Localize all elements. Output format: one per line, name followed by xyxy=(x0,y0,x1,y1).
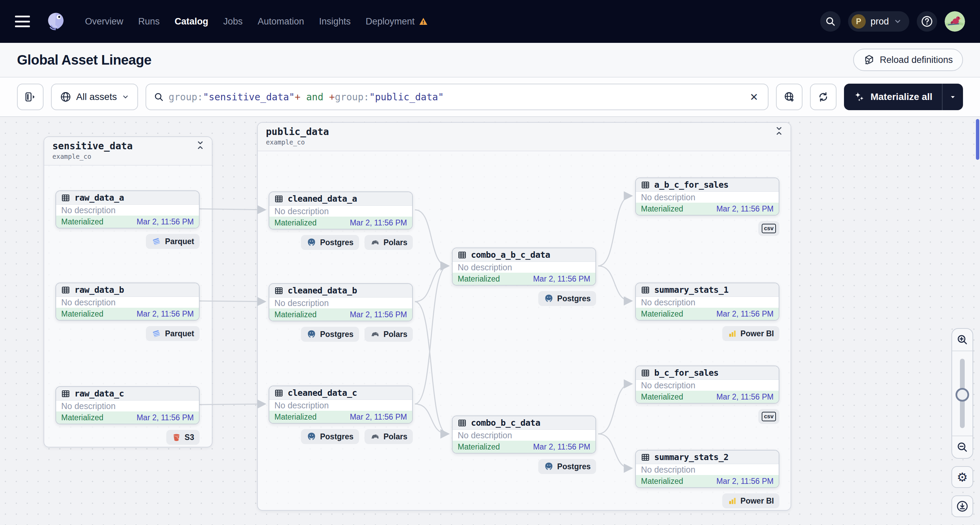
asset-node-a_b_c_for_sales[interactable]: a_b_c_for_sales No description Materiali… xyxy=(635,178,780,216)
zoom-slider[interactable] xyxy=(952,351,972,436)
asset-name: raw_data_b xyxy=(75,285,124,295)
query-token-bool: and xyxy=(301,91,329,103)
search-icon[interactable] xyxy=(820,11,841,32)
asset-status-bar[interactable]: Materialized Mar 2, 11:56 PM xyxy=(56,308,199,320)
query-token-op: + xyxy=(329,91,335,103)
asset-status-bar[interactable]: Materialized Mar 2, 11:56 PM xyxy=(636,203,779,215)
asset-node-combo_b_c_data[interactable]: combo_b_c_data No description Materializ… xyxy=(452,415,596,453)
nav-item-automation[interactable]: Automation xyxy=(258,16,304,27)
asset-node-raw_data_b[interactable]: raw_data_b No description Materialized M… xyxy=(56,283,200,321)
asset-description: No description xyxy=(636,464,779,475)
materialize-options-button[interactable] xyxy=(942,84,963,110)
group-header[interactable]: public_data example_co xyxy=(258,123,791,151)
asset-status-bar[interactable]: Materialized Mar 2, 11:56 PM xyxy=(56,216,199,228)
nav-item-jobs[interactable]: Jobs xyxy=(223,16,243,27)
asset-node-cleaned_data_b[interactable]: cleaned_data_b No description Materializ… xyxy=(269,283,413,321)
tag-parquet[interactable]: Parquet xyxy=(146,234,200,249)
asset-node-b_c_for_sales[interactable]: b_c_for_sales No description Materialize… xyxy=(635,366,780,404)
asset-node-combo_a_b_c_data[interactable]: combo_a_b_c_data No description Material… xyxy=(452,248,596,286)
asset-scope-selector[interactable]: All assets xyxy=(51,84,138,110)
table-icon xyxy=(458,251,466,259)
tag-postgres[interactable]: Postgres xyxy=(301,327,359,342)
zoom-in-icon[interactable] xyxy=(952,329,972,351)
dagster-logo[interactable] xyxy=(45,11,67,32)
settings-gear-icon[interactable]: ⚙ xyxy=(951,466,973,488)
asset-search-input[interactable]: group:"sensitive_data"+ and +group:"publ… xyxy=(146,84,768,110)
refresh-button[interactable] xyxy=(810,84,837,110)
canvas-scrollbar-thumb[interactable] xyxy=(976,119,979,160)
tag-postgres[interactable]: Postgres xyxy=(301,429,359,444)
search-query-text[interactable]: group:"sensitive_data"+ and +group:"publ… xyxy=(169,91,743,103)
zoom-out-icon[interactable] xyxy=(952,436,972,458)
table-icon xyxy=(641,286,650,294)
asset-status-bar[interactable]: Materialized Mar 2, 11:56 PM xyxy=(269,411,412,423)
query-token-string: "public_data" xyxy=(369,91,444,103)
nav-item-deployment[interactable]: Deployment xyxy=(366,16,428,27)
asset-status-bar[interactable]: Materialized Mar 2, 11:56 PM xyxy=(636,391,779,403)
tag-polars[interactable]: Polars xyxy=(364,429,413,444)
asset-status-bar[interactable]: Materialized Mar 2, 11:56 PM xyxy=(636,308,779,320)
asset-node-summary_stats_1[interactable]: summary_stats_1 No description Materiali… xyxy=(635,283,780,321)
collapse-group-icon[interactable] xyxy=(196,140,204,150)
asset-node-header: summary_stats_2 xyxy=(636,450,779,464)
materialized-timestamp: Mar 2, 11:56 PM xyxy=(137,217,194,226)
asset-node-cleaned_data_a[interactable]: cleaned_data_a No description Materializ… xyxy=(269,191,413,229)
materialize-all-button[interactable]: Materialize all xyxy=(844,84,963,110)
clear-search-icon[interactable]: ✕ xyxy=(748,89,760,105)
nav-right: P prod xyxy=(820,11,965,32)
help-icon[interactable] xyxy=(917,11,937,32)
tag-parquet[interactable]: Parquet xyxy=(146,326,200,341)
nav-item-insights[interactable]: Insights xyxy=(319,16,351,27)
download-icon[interactable] xyxy=(951,495,973,517)
asset-status-bar[interactable]: Materialized Mar 2, 11:56 PM xyxy=(453,273,595,285)
asset-description: No description xyxy=(453,262,595,273)
table-icon xyxy=(458,418,466,427)
nav-item-label: Jobs xyxy=(223,16,243,27)
nav-item-catalog[interactable]: Catalog xyxy=(175,16,208,27)
asset-node-cleaned_data_c[interactable]: cleaned_data_c No description Materializ… xyxy=(269,386,413,424)
tag-powerbi[interactable]: Power BI xyxy=(722,326,780,341)
asset-tags-row: PostgresPolars xyxy=(269,235,413,250)
asset-status-bar[interactable]: Materialized Mar 2, 11:56 PM xyxy=(56,411,199,424)
hamburger-icon[interactable] xyxy=(15,16,30,27)
asset-node-raw_data_c[interactable]: raw_data_c No description Materialized M… xyxy=(56,386,200,424)
chevron-down-icon xyxy=(122,93,129,101)
asset-status-bar[interactable]: Materialized Mar 2, 11:56 PM xyxy=(269,216,412,229)
reload-cube-icon xyxy=(863,54,875,65)
materialized-status: Materialized xyxy=(61,413,103,422)
asset-status-bar[interactable]: Materialized Mar 2, 11:56 PM xyxy=(453,441,595,453)
reload-definitions-button[interactable]: Reload definitions xyxy=(853,49,963,71)
nav-item-overview[interactable]: Overview xyxy=(85,16,123,27)
asset-node-summary_stats_2[interactable]: summary_stats_2 No description Materiali… xyxy=(635,450,780,488)
query-token-key: group: xyxy=(335,91,369,103)
deployment-switcher[interactable]: P prod xyxy=(848,11,909,32)
zoom-slider-thumb[interactable] xyxy=(956,388,969,402)
asset-status-bar[interactable]: Materialized Mar 2, 11:56 PM xyxy=(636,475,779,487)
asset-status-bar[interactable]: Materialized Mar 2, 11:56 PM xyxy=(269,309,412,321)
asset-node-raw_data_a[interactable]: raw_data_a No description Materialized M… xyxy=(56,191,200,229)
parquet-icon xyxy=(151,236,162,247)
new-asset-selection-button[interactable] xyxy=(776,84,802,110)
warning-icon xyxy=(418,17,428,26)
collapse-group-icon[interactable] xyxy=(775,126,783,136)
lineage-canvas[interactable]: ⚙ sensitive_data example_co public_data … xyxy=(0,117,980,525)
materialized-timestamp: Mar 2, 11:56 PM xyxy=(137,309,194,318)
collapse-panel-button[interactable] xyxy=(17,84,43,110)
tag-polars[interactable]: Polars xyxy=(364,327,413,342)
user-avatar[interactable] xyxy=(945,11,965,32)
tag-polars[interactable]: Polars xyxy=(364,235,413,250)
tag-postgres[interactable]: Postgres xyxy=(301,235,359,250)
asset-tags-row: csv xyxy=(635,409,780,424)
nav-item-runs[interactable]: Runs xyxy=(138,16,160,27)
asset-description: No description xyxy=(636,297,779,308)
tag-powerbi[interactable]: Power BI xyxy=(722,493,780,508)
asset-description: No description xyxy=(636,192,779,203)
tag-postgres[interactable]: Postgres xyxy=(538,291,596,306)
group-header[interactable]: sensitive_data example_co xyxy=(44,137,212,165)
tag-csv[interactable]: csv xyxy=(758,221,780,236)
asset-description: No description xyxy=(269,206,412,216)
tag-csv[interactable]: csv xyxy=(758,409,780,424)
tag-postgres[interactable]: Postgres xyxy=(538,459,596,474)
materialized-timestamp: Mar 2, 11:56 PM xyxy=(716,392,773,402)
tag-s3[interactable]: S3 xyxy=(166,430,200,445)
